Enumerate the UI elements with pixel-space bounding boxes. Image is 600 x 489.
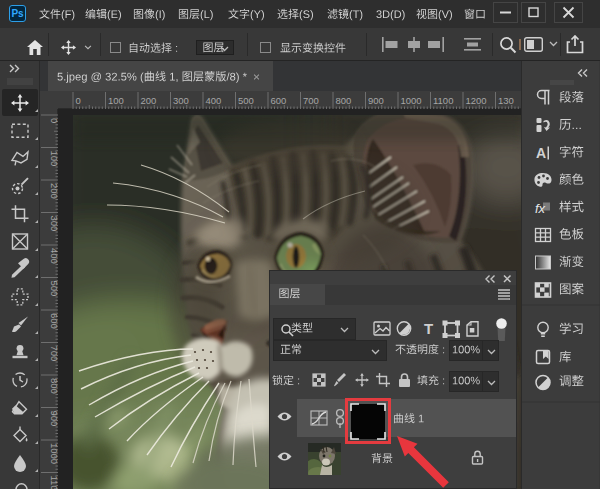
svg-text:0: 0	[76, 95, 81, 106]
svg-text:800: 800	[49, 378, 59, 394]
svg-text:100: 100	[49, 151, 59, 167]
svg-text:0: 0	[49, 118, 59, 123]
svg-text:A: A	[536, 145, 546, 161]
svg-text:100: 100	[108, 95, 124, 106]
svg-text:600: 600	[271, 95, 287, 106]
svg-text:900: 900	[49, 411, 59, 427]
svg-text:700: 700	[303, 95, 319, 106]
svg-text:300: 300	[173, 95, 189, 106]
svg-text:1100: 1100	[433, 95, 453, 106]
svg-text:1000: 1000	[49, 443, 59, 464]
svg-text:700: 700	[49, 346, 59, 362]
svg-text:500: 500	[238, 95, 254, 106]
svg-text:500: 500	[49, 281, 59, 297]
svg-text:T: T	[424, 320, 433, 337]
svg-text:800: 800	[336, 95, 352, 106]
svg-text:200: 200	[141, 95, 157, 106]
svg-text:400: 400	[49, 248, 59, 264]
svg-text:130: 130	[498, 95, 514, 106]
svg-text:1200: 1200	[466, 95, 487, 106]
svg-text:1100: 1100	[49, 476, 59, 489]
svg-text:1000: 1000	[401, 95, 422, 106]
svg-text:400: 400	[206, 95, 222, 106]
svg-text:600: 600	[49, 313, 59, 329]
svg-text:300: 300	[49, 216, 59, 232]
svg-text:fx: fx	[535, 201, 546, 216]
svg-text:900: 900	[368, 95, 384, 106]
svg-text:200: 200	[49, 183, 59, 199]
